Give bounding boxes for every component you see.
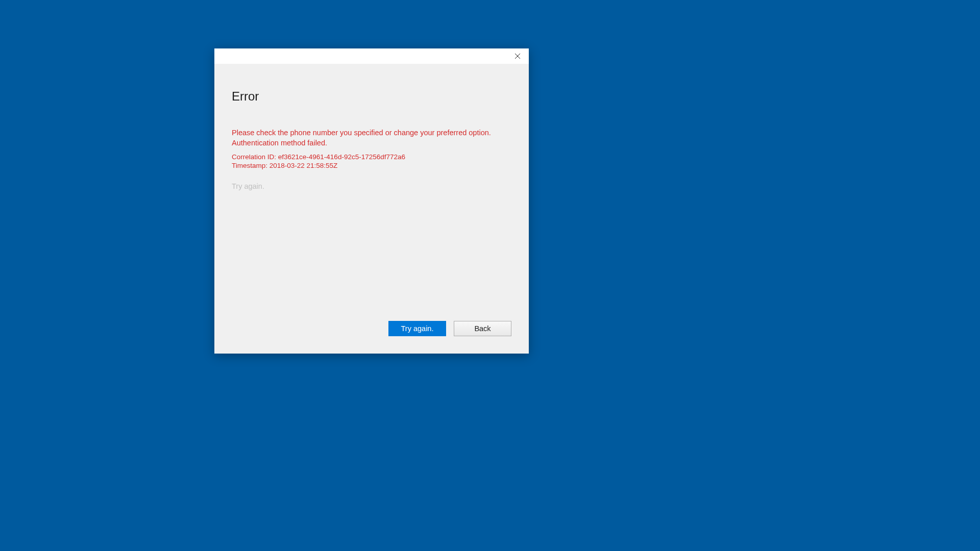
close-button[interactable]: [506, 48, 529, 64]
error-dialog: Error Please check the phone number you …: [214, 48, 529, 354]
correlation-id: Correlation ID: ef3621ce-4961-416d-92c5-…: [232, 153, 511, 161]
timestamp: Timestamp: 2018-03-22 21:58:55Z: [232, 162, 511, 170]
button-row: Try again. Back: [388, 321, 511, 336]
error-details: Correlation ID: ef3621ce-4961-416d-92c5-…: [232, 153, 511, 170]
try-again-button[interactable]: Try again.: [388, 321, 446, 336]
close-icon: [515, 54, 520, 59]
dialog-titlebar: [214, 48, 529, 64]
dialog-title: Error: [232, 89, 511, 104]
back-button[interactable]: Back: [454, 321, 511, 336]
dialog-content: Error Please check the phone number you …: [214, 64, 529, 354]
hint-text: Try again.: [232, 182, 511, 190]
error-message: Please check the phone number you specif…: [232, 128, 511, 148]
